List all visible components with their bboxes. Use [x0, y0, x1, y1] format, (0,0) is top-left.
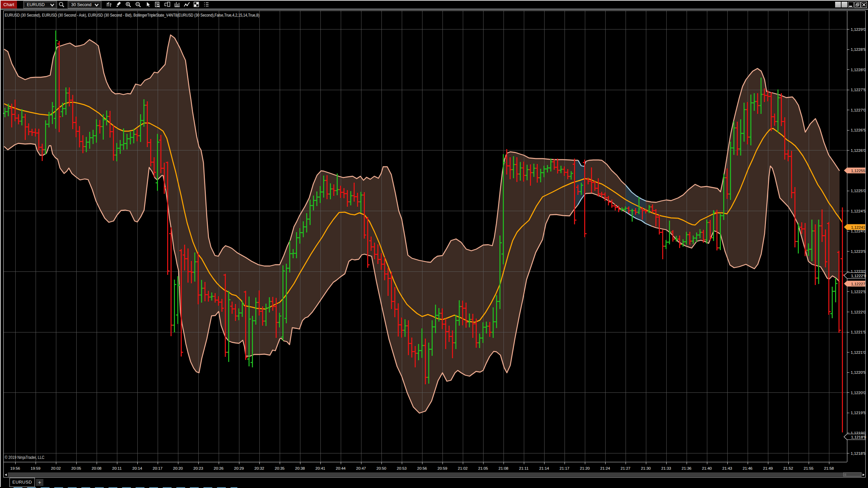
svg-text:21:33: 21:33	[661, 466, 671, 470]
svg-text:20:23: 20:23	[193, 466, 203, 470]
svg-text:20:17: 20:17	[153, 466, 162, 470]
svg-text:1,1222'5: 1,1222'5	[851, 289, 866, 294]
svg-text:21:14: 21:14	[539, 466, 549, 470]
svg-text:21:11: 21:11	[519, 466, 529, 470]
svg-text:21:55: 21:55	[804, 466, 813, 470]
svg-text:20:26: 20:26	[214, 466, 223, 470]
svg-text:1,1225'0: 1,1225'0	[851, 188, 866, 193]
svg-text:21:24: 21:24	[600, 466, 610, 470]
svg-text:19:56: 19:56	[10, 466, 20, 470]
svg-text:1,1222'9: 1,1222'9	[851, 273, 866, 278]
svg-text:20:41: 20:41	[315, 466, 325, 470]
svg-text:20:50: 20:50	[376, 466, 386, 470]
svg-text:1,1223'5: 1,1223'5	[851, 249, 866, 253]
svg-text:1,1220'5: 1,1220'5	[851, 370, 866, 374]
svg-text:21:36: 21:36	[682, 466, 691, 470]
svg-text:20:32: 20:32	[254, 466, 264, 470]
svg-text:20:56: 20:56	[417, 466, 427, 470]
svg-text:1,1228'0: 1,1228'0	[851, 67, 866, 72]
svg-text:1,1222'0: 1,1222'0	[851, 310, 866, 314]
svg-text:1,1228'5: 1,1228'5	[851, 47, 866, 52]
svg-text:1,1219'5: 1,1219'5	[851, 410, 866, 415]
svg-text:21:20: 21:20	[580, 466, 590, 470]
svg-text:1,1226'0: 1,1226'0	[851, 148, 866, 152]
svg-text:20:14: 20:14	[132, 466, 142, 470]
svg-text:21:40: 21:40	[702, 466, 712, 470]
svg-text:21:17: 21:17	[559, 466, 569, 470]
svg-text:1,1226'5: 1,1226'5	[851, 128, 866, 132]
svg-text:20:29: 20:29	[234, 466, 244, 470]
svg-text:EURUSD (30 Second), EURUSD (30: EURUSD (30 Second), EURUSD (30 Second - …	[5, 13, 259, 18]
svg-text:1,1218'9: 1,1218'9	[851, 435, 866, 439]
svg-text:20:44: 20:44	[336, 466, 346, 470]
svg-text:© 2019 NinjaTrader, LLC: © 2019 NinjaTrader, LLC	[5, 455, 44, 460]
svg-text:1,1224'5: 1,1224'5	[851, 209, 866, 213]
svg-text:1,12255: 1,12255	[851, 168, 865, 173]
svg-text:21:58: 21:58	[824, 466, 834, 470]
svg-text:21:52: 21:52	[783, 466, 793, 470]
svg-text:21:43: 21:43	[722, 466, 732, 470]
svg-text:1,1227'0: 1,1227'0	[851, 108, 866, 112]
svg-text:20:47: 20:47	[356, 466, 366, 470]
svg-text:20:53: 20:53	[397, 466, 407, 470]
svg-text:20:59: 20:59	[437, 466, 447, 470]
svg-text:21:27: 21:27	[620, 466, 630, 470]
svg-text:1,12227: 1,12227	[851, 282, 865, 286]
svg-text:1,1227'5: 1,1227'5	[851, 87, 866, 92]
svg-text:20:02: 20:02	[51, 466, 61, 470]
svg-text:1,1218'5: 1,1218'5	[851, 451, 866, 455]
svg-text:20:35: 20:35	[275, 466, 284, 470]
svg-text:1,1220'0: 1,1220'0	[851, 390, 866, 395]
svg-text:21:08: 21:08	[498, 466, 508, 470]
svg-text:19:59: 19:59	[31, 466, 40, 470]
svg-text:1,12241: 1,12241	[851, 225, 865, 229]
svg-text:20:38: 20:38	[295, 466, 305, 470]
svg-text:21:30: 21:30	[641, 466, 651, 470]
svg-text:21:05: 21:05	[478, 466, 488, 470]
svg-text:21:02: 21:02	[458, 466, 468, 470]
svg-text:1,1221'5: 1,1221'5	[851, 330, 866, 334]
svg-text:20:05: 20:05	[71, 466, 81, 470]
svg-text:1,1229'0: 1,1229'0	[851, 27, 866, 32]
svg-text:20:11: 20:11	[112, 466, 122, 470]
svg-text:20:20: 20:20	[173, 466, 183, 470]
svg-text:1,1221'0: 1,1221'0	[851, 350, 866, 354]
svg-text:20:08: 20:08	[92, 466, 101, 470]
svg-text:21:46: 21:46	[743, 466, 752, 470]
svg-text:21:49: 21:49	[763, 466, 773, 470]
